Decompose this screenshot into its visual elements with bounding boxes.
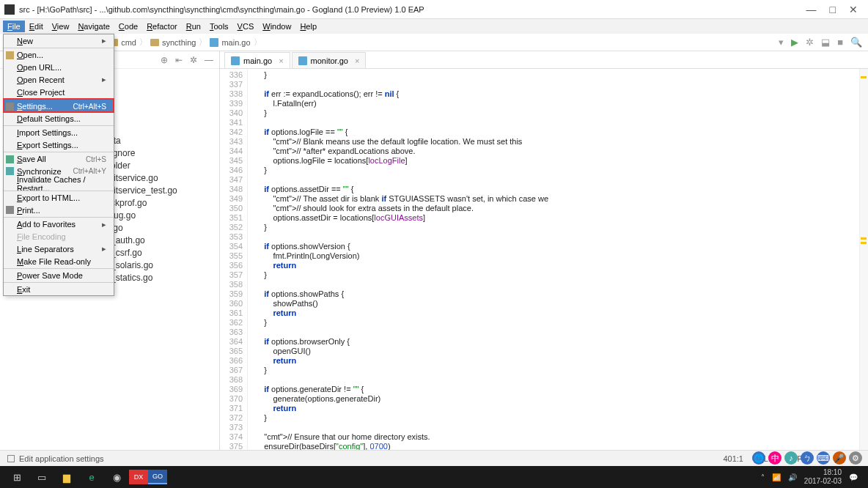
menu-help[interactable]: Help: [295, 21, 321, 32]
error-stripe[interactable]: [859, 69, 868, 450]
volume-icon[interactable]: 🔊: [788, 473, 797, 481]
clock[interactable]: 18:10 2017-02-03: [804, 468, 842, 486]
breadcrumb-item[interactable]: main.go: [221, 38, 250, 47]
submenu-arrow-icon: ▸: [102, 220, 106, 229]
menu-item-exit[interactable]: Exit: [4, 282, 114, 295]
scroll-from-source-icon[interactable]: ⊕: [161, 55, 168, 65]
dx-icon[interactable]: DX: [129, 470, 148, 484]
submenu-arrow-icon: ▸: [102, 244, 106, 254]
menu-item-open-url[interactable]: Open URL...: [4, 61, 114, 73]
chrome-icon[interactable]: ◉: [104, 467, 129, 487]
menu-item-open[interactable]: Open...: [4, 48, 114, 61]
statusbar: Edit application settings 401:1 CRLF‡ UT…: [0, 450, 868, 466]
mic-icon[interactable]: 🎤: [833, 451, 846, 465]
editor-area: main.go×monitor.go× 336 337 338 339 340 …: [220, 51, 868, 450]
menu-item-settings[interactable]: Settings...Ctrl+Alt+S: [4, 99, 114, 112]
debug-button[interactable]: ✲: [806, 37, 814, 48]
notifications-icon[interactable]: 💬: [849, 473, 858, 481]
warning-marker[interactable]: [861, 237, 867, 240]
editor: 336 337 338 339 340 341 342 343 344 345 …: [220, 69, 868, 450]
app-icon: [4, 4, 15, 15]
menu-file[interactable]: File: [3, 21, 25, 32]
menu-refactor[interactable]: Refactor: [142, 21, 182, 32]
globe-icon[interactable]: 🌐: [752, 451, 765, 465]
menu-item-default-settings[interactable]: Default Settings...: [4, 112, 114, 125]
warning-marker[interactable]: [861, 76, 867, 78]
collapse-icon[interactable]: ⇤: [175, 55, 183, 65]
window-controls: — □ ✕: [806, 4, 864, 15]
menu-item-make-file-read-only[interactable]: Make File Read-only: [4, 255, 114, 267]
explorer-icon[interactable]: ▆: [54, 467, 79, 487]
editor-tabs: main.go×monitor.go×: [220, 51, 868, 69]
run-dropdown[interactable]: ▾: [779, 37, 784, 48]
coverage-button[interactable]: ⬓: [821, 37, 830, 48]
start-button[interactable]: ⊞: [4, 467, 29, 487]
main-body: ⊕ ⇤ ✲ — srv▸stsigtool▸stvanity▸stwatchfi…: [0, 51, 868, 450]
menu-item-new[interactable]: New▸: [4, 34, 114, 47]
gear-icon[interactable]: ⚙: [849, 451, 862, 465]
go-file-icon: [231, 56, 240, 65]
settings-icon: [6, 103, 14, 111]
status-message: Edit application settings: [19, 454, 104, 463]
wifi-icon[interactable]: 📶: [772, 473, 781, 481]
settings-gear-icon[interactable]: ✲: [190, 55, 197, 65]
menu-item-open-recent[interactable]: Open Recent▸: [4, 73, 114, 86]
float-tools: 🌐 中 ♪ ㄅ ⌨ 🎤 ⚙: [752, 451, 862, 465]
sound-icon[interactable]: ♪: [784, 451, 798, 465]
close-tab-icon[interactable]: ×: [355, 56, 359, 65]
close-tab-icon[interactable]: ×: [279, 56, 283, 65]
tray-up-icon[interactable]: ˄: [761, 473, 765, 481]
menu-item-line-separators[interactable]: Line Separators▸: [4, 243, 114, 255]
menu-item-import-settings[interactable]: Import Settings...: [4, 125, 114, 138]
breadcrumb-item[interactable]: cmd: [121, 38, 136, 47]
open-icon: [6, 51, 14, 59]
menu-item-file-encoding: File Encoding: [4, 230, 114, 243]
stop-button[interactable]: ■: [837, 37, 843, 48]
edge-icon[interactable]: e: [79, 467, 104, 487]
titlebar: src - [H:\GoPath\src] - ...\github.com\s…: [0, 0, 868, 19]
run-button[interactable]: ▶: [791, 37, 798, 48]
menu-item-print[interactable]: Print...: [4, 204, 114, 216]
menu-run[interactable]: Run: [182, 21, 205, 32]
editor-tab[interactable]: main.go×: [224, 52, 290, 68]
menu-vcs[interactable]: VCS: [233, 21, 259, 32]
menu-item-close-project[interactable]: Close Project: [4, 86, 114, 98]
code-area[interactable]: } if err := expandLocations(); err != ni…: [248, 69, 868, 450]
menu-view[interactable]: View: [48, 21, 74, 32]
editor-tab[interactable]: monitor.go×: [292, 52, 367, 68]
menu-item-invalidate-caches-restart[interactable]: Invalidate Caches / Restart...: [4, 177, 114, 190]
menu-code[interactable]: Code: [114, 21, 142, 32]
nav-toolbar: ▾ ▶ ✲ ⬓ ■ 🔍: [779, 37, 862, 48]
window-title: src - [H:\GoPath\src] - ...\github.com\s…: [19, 5, 806, 14]
menu-item-export-settings[interactable]: Export Settings...: [4, 138, 114, 151]
keyboard-icon[interactable]: ⌨: [817, 451, 830, 465]
menu-item-export-to-html[interactable]: Export to HTML...: [4, 191, 114, 204]
menu-edit[interactable]: Edit: [25, 21, 48, 32]
char-icon[interactable]: ㄅ: [801, 451, 814, 465]
task-view-button[interactable]: ▭: [29, 467, 54, 487]
breadcrumb-item[interactable]: syncthing: [162, 38, 196, 47]
save-icon: [6, 155, 14, 163]
close-button[interactable]: ✕: [849, 4, 858, 15]
search-button[interactable]: 🔍: [850, 37, 862, 48]
pinyin-icon[interactable]: 中: [768, 451, 781, 465]
cursor-position[interactable]: 401:1: [723, 454, 743, 463]
go-file-icon: [298, 56, 307, 65]
warning-marker[interactable]: [861, 242, 867, 244]
menu-item-add-to-favorites[interactable]: Add to Favorites▸: [4, 217, 114, 230]
maximize-button[interactable]: □: [830, 4, 836, 15]
tool-window-icon[interactable]: [7, 455, 15, 462]
gogland-taskbar-icon[interactable]: GO: [148, 470, 167, 484]
print-icon: [6, 206, 14, 214]
submenu-arrow-icon: ▸: [102, 36, 106, 45]
taskbar: ⊞ ▭ ▆ e ◉ DX GO ˄ 📶 🔊 18:10 2017-02-03 💬: [0, 466, 868, 488]
hide-icon[interactable]: —: [205, 55, 213, 65]
menu-item-save-all[interactable]: Save AllCtrl+S: [4, 152, 114, 165]
minimize-button[interactable]: —: [806, 4, 817, 15]
menu-navigate[interactable]: Navigate: [73, 21, 114, 32]
menu-item-power-save-mode[interactable]: Power Save Mode: [4, 268, 114, 281]
menu-tools[interactable]: Tools: [205, 21, 233, 32]
sync-icon: [6, 167, 14, 175]
navigation-bar: ▸ ing〉syncthing〉cmd〉syncthing〉main.go〉 ▾…: [0, 34, 868, 51]
menu-window[interactable]: Window: [258, 21, 295, 32]
